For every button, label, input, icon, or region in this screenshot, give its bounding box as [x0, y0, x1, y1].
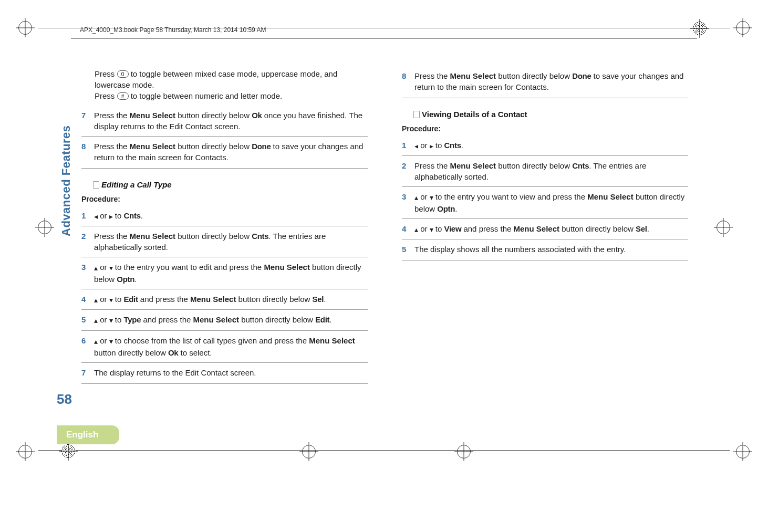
step-item: 3 ▴ or ▾ to the entry you want to edit a…: [81, 257, 368, 289]
text: .: [141, 211, 143, 220]
text: button directly below: [175, 111, 252, 120]
text: button directly below: [175, 232, 252, 241]
text: or: [98, 315, 109, 324]
text: to choose from the list of call types gi…: [113, 336, 309, 345]
register-mark-icon: [302, 445, 316, 458]
ui-label: Menu Select: [190, 295, 236, 304]
text: to: [113, 295, 124, 304]
step-body: Press the Menu Select button directly be…: [94, 141, 368, 163]
text: Press the: [94, 142, 130, 151]
text: to toggle between mixed case mode, upper…: [95, 69, 337, 89]
language-badge: English: [57, 425, 119, 444]
register-mark-icon: [38, 221, 51, 234]
left-arrow-icon: ◂: [414, 142, 418, 150]
down-arrow-icon: ▾: [109, 337, 113, 346]
step-number: 4: [402, 223, 414, 235]
crop-line: [71, 38, 697, 39]
text: .: [461, 141, 463, 150]
softkey-label: View: [444, 224, 462, 233]
step-item: 5 ▴ or ▾ to Type and press the Menu Sele…: [81, 309, 368, 330]
title-text: Viewing Details of a Contact: [422, 110, 527, 119]
text: and press the: [141, 315, 193, 324]
text: .: [455, 204, 457, 213]
text: or: [98, 336, 109, 345]
text: to the entry you want to view and press …: [433, 192, 588, 201]
key-0-icon: 0: [117, 70, 129, 78]
text: or: [98, 295, 109, 304]
step-list: 1 ◂ or ▸ to Cnts. 2 Press the Menu Selec…: [81, 208, 368, 384]
step-body: ▴ or ▾ to the entry you want to edit and…: [94, 262, 368, 285]
up-arrow-icon: ▴: [414, 225, 418, 234]
step-number: 3: [81, 262, 94, 285]
text: The display returns to the Edit Contact …: [94, 368, 256, 377]
ui-label: Menu Select: [130, 232, 176, 241]
sidebar-section-label: Advanced Features: [59, 105, 73, 236]
up-arrow-icon: ▴: [94, 296, 98, 304]
softkey-label: Cnts: [124, 211, 141, 220]
left-arrow-icon: ◂: [94, 212, 98, 221]
step-body: ▴ or ▾ to Type and press the Menu Select…: [94, 314, 368, 326]
key-hash-icon: #: [117, 92, 129, 100]
body-text: Press 0 to toggle between mixed case mod…: [81, 68, 368, 101]
text: to: [113, 211, 124, 220]
text: or: [418, 224, 430, 233]
step-number: 1: [81, 210, 94, 222]
text: to toggle between numeric and letter mod…: [129, 91, 283, 100]
procedure-label: Procedure:: [402, 124, 688, 134]
ui-label: Menu Select: [309, 336, 355, 345]
text: button directly below: [175, 142, 252, 151]
section-doc-icon: [93, 181, 99, 189]
down-arrow-icon: ▾: [430, 193, 433, 202]
softkey-label: Cnts: [252, 232, 268, 241]
softkey-label: Cnts: [444, 141, 461, 150]
target-mark-icon: [692, 21, 707, 36]
text: or: [418, 192, 430, 201]
ui-label: Menu Select: [264, 263, 310, 272]
step-list: 8 Press the Menu Select button directly …: [402, 68, 688, 98]
text: button directly below: [239, 315, 315, 324]
text: to select.: [178, 348, 212, 357]
register-mark-icon: [18, 21, 32, 35]
step-number: 8: [402, 70, 414, 92]
text: and press the: [461, 224, 513, 233]
text: .: [324, 295, 326, 304]
right-column: 8 Press the Menu Select button directly …: [402, 68, 688, 384]
step-body: The display returns to the Edit Contact …: [94, 367, 368, 378]
section-doc-icon: [413, 111, 420, 118]
step-number: 5: [81, 314, 94, 326]
text: Press the: [414, 161, 450, 170]
up-arrow-icon: ▴: [94, 316, 98, 325]
section-title: Viewing Details of a Contact: [413, 109, 688, 120]
text: and press the: [138, 295, 190, 304]
right-arrow-icon: ▸: [430, 142, 433, 150]
text: The display shows all the numbers associ…: [414, 245, 626, 254]
title-text: Editing a Call Type: [101, 180, 172, 189]
text: Press: [95, 91, 117, 100]
crop-line: [38, 450, 730, 451]
right-arrow-icon: ▸: [109, 212, 113, 221]
step-body: ▴ or ▾ to View and press the Menu Select…: [414, 223, 688, 235]
step-body: Press the Menu Select button directly be…: [414, 70, 688, 92]
step-item: 8 Press the Menu Select button directly …: [81, 136, 368, 169]
left-column: Press 0 to toggle between mixed case mod…: [81, 68, 368, 384]
down-arrow-icon: ▾: [109, 264, 113, 272]
step-item: 1 ◂ or ▸ to Cnts.: [81, 208, 368, 226]
text: button directly below: [94, 348, 168, 357]
down-arrow-icon: ▾: [109, 296, 113, 304]
softkey-label: Type: [124, 315, 141, 324]
ui-label: Menu Select: [450, 71, 496, 80]
text: Press the: [414, 71, 450, 80]
softkey-label: Ok: [252, 111, 262, 120]
step-item: 4 ▴ or ▾ to View and press the Menu Sele…: [402, 218, 688, 239]
step-item: 3 ▴ or ▾ to the entry you want to view a…: [402, 186, 688, 218]
down-arrow-icon: ▾: [109, 316, 113, 325]
up-arrow-icon: ▴: [94, 264, 98, 272]
text: or: [418, 141, 430, 150]
softkey-label: Optn: [117, 275, 134, 284]
text: to: [433, 224, 444, 233]
text: Press the: [94, 232, 130, 241]
step-item: 2 Press the Menu Select button directly …: [402, 155, 688, 186]
text: or: [98, 211, 109, 220]
step-item: 2 Press the Menu Select button directly …: [81, 226, 368, 257]
step-number: 7: [81, 110, 94, 132]
